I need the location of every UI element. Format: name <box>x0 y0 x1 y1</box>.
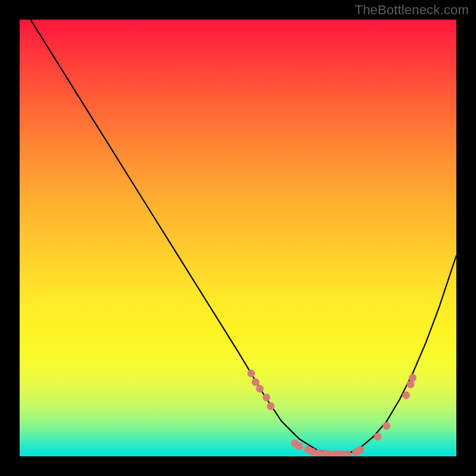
highlight-dot <box>248 369 255 377</box>
highlight-dot <box>402 392 410 399</box>
highlight-dot <box>262 393 270 401</box>
highlight-dot <box>267 402 275 410</box>
highlight-dot <box>356 446 364 453</box>
highlight-dot <box>343 450 351 456</box>
highlight-dot <box>252 378 259 386</box>
watermark-text: TheBottleneck.com <box>355 2 469 18</box>
highlight-dot <box>308 447 316 455</box>
highlight-dot <box>409 374 416 381</box>
highlight-dot <box>383 422 390 430</box>
chart-svg <box>20 20 456 456</box>
plot-area <box>20 20 456 456</box>
highlight-dot <box>406 380 414 388</box>
highlight-dot <box>256 385 264 393</box>
chart-wrapper: TheBottleneck.com <box>0 0 476 476</box>
bottleneck-curve <box>20 20 456 454</box>
highlight-dot <box>374 433 381 440</box>
highlight-dot <box>295 443 303 450</box>
